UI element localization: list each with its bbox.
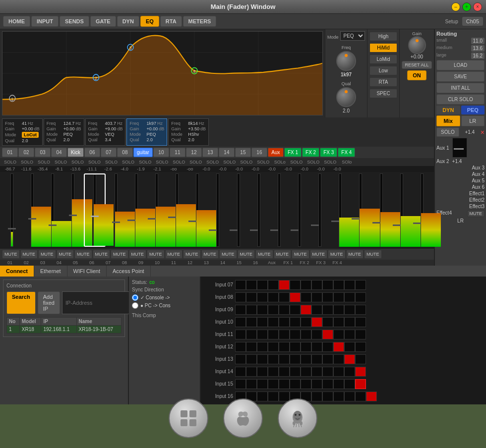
mc-09-3[interactable]	[257, 305, 268, 315]
fader-handle-12[interactable]	[230, 229, 238, 231]
matrix-cell-08-4[interactable]	[268, 292, 279, 302]
mc-13-5[interactable]	[279, 354, 290, 364]
fader-handle-07[interactable]	[127, 220, 135, 221]
mc-13-6[interactable]	[290, 354, 301, 364]
mc-09-7[interactable]	[301, 305, 311, 315]
mute-10[interactable]: MUTE	[165, 250, 183, 259]
fader-handle-09[interactable]	[168, 217, 176, 218]
solo-fx4[interactable]: SOlo	[339, 159, 355, 166]
mc-12-11[interactable]	[344, 342, 355, 352]
solo-06[interactable]: SOLO	[86, 159, 103, 166]
aux1-fader[interactable]	[452, 138, 467, 158]
mc-12-12[interactable]	[355, 342, 366, 352]
mc-15-11[interactable]	[344, 379, 355, 389]
fader-handle-01[interactable]	[8, 228, 16, 229]
mc-16-9[interactable]	[322, 392, 333, 401]
tab-input[interactable]: INPUT	[31, 16, 59, 27]
clr-solo-button[interactable]: CLR SOLO	[436, 94, 485, 105]
fader-handle-fx2[interactable]	[372, 222, 380, 224]
mc-15-5[interactable]	[279, 379, 290, 389]
matrix-cell-08-6[interactable]	[290, 292, 301, 302]
mc-11-7[interactable]	[301, 330, 311, 339]
fader-handle-13[interactable]	[250, 229, 258, 231]
tab-meters[interactable]: METERS	[183, 16, 217, 27]
mute-fx2[interactable]: MUTE	[328, 250, 346, 259]
fader-handle-02[interactable]	[28, 218, 36, 220]
linux-icon[interactable]	[278, 398, 317, 438]
mc-13-11[interactable]	[344, 354, 355, 364]
matrix-cell-07-8[interactable]	[311, 280, 322, 290]
device-row-1[interactable]: 1 XR18 192.168.1.1 XR18-19-1B-07	[7, 326, 122, 334]
mute-14[interactable]: MUTE	[238, 250, 255, 259]
mc-13-3[interactable]	[257, 354, 268, 364]
matrix-cell-07-6[interactable]	[290, 280, 301, 290]
solo-11[interactable]: SOLO	[171, 159, 187, 166]
mc-12-7[interactable]	[301, 342, 311, 352]
mc-12-10[interactable]	[333, 342, 344, 352]
fader-handle-08[interactable]	[148, 218, 156, 220]
tab-home[interactable]: HOME	[3, 16, 30, 27]
mc-09-9[interactable]	[322, 305, 333, 315]
mute-15[interactable]: MUTE	[255, 250, 273, 259]
apple-icon[interactable]	[223, 398, 263, 438]
mc-14-9[interactable]	[322, 367, 333, 377]
mc-09-5[interactable]	[279, 305, 290, 315]
mc-14-3[interactable]	[257, 367, 268, 377]
matrix-cell-08-1[interactable]	[235, 292, 246, 302]
tab-eq[interactable]: EQ	[140, 16, 159, 27]
fader-handle-aux[interactable]	[331, 221, 339, 222]
solo-04[interactable]: SOLO	[53, 159, 69, 166]
mode-select[interactable]: PEQ	[340, 31, 365, 41]
matrix-cell-08-12[interactable]	[355, 292, 366, 302]
channel-label[interactable]: Ch05	[462, 17, 483, 26]
mute-05[interactable]: MUTE	[74, 250, 92, 259]
mc-10-11[interactable]	[344, 317, 355, 327]
peq-button[interactable]: PEQ	[461, 106, 485, 114]
mc-10-7[interactable]	[301, 317, 311, 327]
high-band-btn[interactable]: High	[369, 32, 397, 41]
mc-10-9[interactable]	[322, 317, 333, 327]
fader-handle-16[interactable]	[311, 224, 319, 226]
mc-12-2[interactable]	[246, 342, 257, 352]
windows-icon[interactable]	[169, 398, 208, 438]
matrix-cell-08-11[interactable]	[344, 292, 355, 302]
on-button[interactable]: ON	[407, 70, 426, 80]
ch-btn-02[interactable]: 02	[18, 148, 34, 157]
ch-btn-fx3[interactable]: FX 3	[320, 148, 337, 157]
mc-11-5[interactable]	[279, 330, 290, 339]
tab-wifi-client[interactable]: WIFI Client	[67, 266, 107, 277]
mc-15-8[interactable]	[311, 379, 322, 389]
mc-11-4[interactable]	[268, 330, 279, 339]
mc-15-3[interactable]	[257, 379, 268, 389]
mc-11-6[interactable]	[290, 330, 301, 339]
mc-16-13[interactable]	[366, 392, 377, 401]
qual-knob[interactable]	[336, 87, 356, 107]
save-button[interactable]: SAVE	[436, 71, 485, 82]
himid-band-btn[interactable]: HiMid	[369, 43, 397, 53]
mc-13-7[interactable]	[301, 354, 311, 364]
mute-fx3[interactable]: MUTE	[346, 250, 364, 259]
mute-08[interactable]: MUTE	[129, 250, 147, 259]
lr-button[interactable]: LR	[461, 115, 485, 126]
mc-13-12[interactable]	[355, 354, 366, 364]
matrix-cell-07-12[interactable]	[355, 280, 366, 290]
mc-16-10[interactable]	[333, 392, 344, 401]
matrix-cell-07-2[interactable]	[246, 280, 257, 290]
mc-15-4[interactable]	[268, 379, 279, 389]
mc-10-2[interactable]	[246, 317, 257, 327]
mc-09-6[interactable]	[290, 305, 301, 315]
ch-btn-13[interactable]: 13	[202, 148, 218, 157]
ch-btn-kick[interactable]: Kick	[67, 148, 84, 157]
mc-12-4[interactable]	[268, 342, 279, 352]
matrix-cell-07-9[interactable]	[322, 280, 333, 290]
mc-11-8[interactable]	[311, 330, 322, 339]
mc-15-6[interactable]	[290, 379, 301, 389]
mc-12-1[interactable]	[235, 342, 246, 352]
mc-09-11[interactable]	[344, 305, 355, 315]
mc-14-2[interactable]	[246, 367, 257, 377]
mc-14-11[interactable]	[344, 367, 355, 377]
fader-handle-03[interactable]	[49, 224, 57, 226]
mute-13[interactable]: MUTE	[219, 250, 237, 259]
solo-fx2[interactable]: SOLO	[305, 159, 321, 166]
mute-11[interactable]: MUTE	[183, 250, 201, 259]
